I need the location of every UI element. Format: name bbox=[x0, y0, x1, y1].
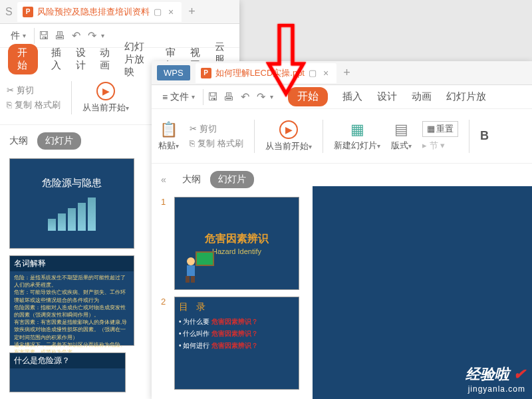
menu-insert[interactable]: 插入 bbox=[342, 90, 362, 103]
slide-2-text: 危险：是指系统发生不期望后果的可能性超过了人们的承受程度。 危害：可能导致伤亡或… bbox=[14, 274, 130, 356]
slide-thumb-2[interactable]: 2 目 录 • 为什么要 危害因素辨识？ • 什么叫作 危害因素辨识？ • 如何… bbox=[161, 297, 302, 390]
new-slide-button[interactable]: ▦ 新建幻灯片▾ bbox=[334, 121, 380, 152]
new-slide-icon: ▦ bbox=[350, 121, 364, 138]
outline-tab[interactable]: 大纲 bbox=[182, 174, 201, 186]
menu-slideshow[interactable]: 幻灯片放 bbox=[446, 90, 486, 103]
save-icon[interactable]: 🖫 bbox=[206, 90, 219, 104]
print-icon[interactable]: 🖶 bbox=[53, 29, 66, 43]
tab-bar: WPS P 如何理解LECD实操.ppt ▢ × + bbox=[152, 61, 532, 85]
toolbar-more[interactable]: ▾ bbox=[101, 32, 104, 39]
ppt-icon: P bbox=[23, 7, 33, 17]
paste-button[interactable]: 📋 粘贴▾ bbox=[158, 121, 179, 152]
copy-button[interactable]: ⎘复制 格式刷 bbox=[7, 99, 61, 111]
outline-tab[interactable]: 大纲 bbox=[9, 135, 28, 147]
paste-icon: 📋 bbox=[160, 121, 178, 138]
from-current-button[interactable]: ▶ 从当前开始▾ bbox=[82, 82, 129, 114]
menu-animation[interactable]: 动画 bbox=[412, 90, 432, 103]
svg-rect-2 bbox=[187, 265, 195, 276]
annotation-arrow bbox=[266, 24, 306, 100]
slide-2-header: 名词解释 bbox=[10, 256, 134, 271]
watermark-url: jingyanla.com bbox=[466, 384, 525, 394]
tab-close-icon[interactable]: × bbox=[321, 68, 331, 78]
ribbon: 📋 粘贴▾ ✂剪切 ⎘复制 格式刷 ▶ 从当前开始▾ ▦ 新建幻灯片▾ ▤ 版式… bbox=[152, 109, 532, 164]
new-tab-button[interactable]: + bbox=[182, 5, 202, 19]
menu-design[interactable]: 设计 bbox=[377, 90, 397, 103]
from-current-button[interactable]: ▶ 从当前开始▾ bbox=[265, 120, 312, 152]
undo-icon[interactable]: ↶ bbox=[69, 29, 82, 43]
slide-thumb-1[interactable]: 1 危害因素辨识 Hazard Identify bbox=[161, 197, 302, 290]
bold-button[interactable]: B bbox=[480, 129, 489, 143]
slides-tab[interactable]: 幻灯片 bbox=[37, 132, 81, 150]
tab-title: 风险预控及隐患排查培训资料 bbox=[37, 6, 150, 18]
svg-point-1 bbox=[187, 257, 195, 265]
cut-button[interactable]: ✂剪切 bbox=[190, 123, 243, 135]
slide-3-preview: 什么是危险源？ bbox=[9, 352, 126, 392]
slide-1-title-zh: 危害因素辨识 bbox=[205, 232, 269, 246]
clipboard-group: ✂剪切 ⎘复制 格式刷 bbox=[190, 123, 243, 150]
ppt-icon: P bbox=[201, 68, 211, 78]
slide-2-preview: 目 录 • 为什么要 危害因素辨识？ • 什么叫作 危害因素辨识？ • 如何进行… bbox=[174, 297, 299, 390]
slide-1-preview: 危险源与隐患 bbox=[9, 158, 134, 249]
copy-format-button[interactable]: ⎘复制 格式刷 bbox=[190, 138, 243, 150]
menu-insert[interactable]: 插入 bbox=[51, 47, 63, 72]
layout-icon: ▤ bbox=[394, 121, 408, 138]
slide-1-preview: 危害因素辨识 Hazard Identify bbox=[174, 197, 299, 290]
file-menu[interactable]: ≡ 文件 ▾ bbox=[157, 88, 200, 106]
layout-button[interactable]: ▤ 版式▾ bbox=[391, 121, 412, 152]
undo-icon[interactable]: ↶ bbox=[238, 90, 251, 104]
play-icon: ▶ bbox=[279, 120, 298, 139]
print-icon[interactable]: 🖶 bbox=[222, 90, 235, 104]
clipboard-group: ✂剪切 ⎘复制 格式刷 bbox=[7, 84, 61, 111]
redo-icon[interactable]: ↷ bbox=[85, 29, 98, 43]
file-menu[interactable]: 件 ▾ bbox=[5, 27, 31, 45]
reset-button[interactable]: ▦ 重置 bbox=[422, 121, 458, 137]
wps-home-tab[interactable]: WPS bbox=[157, 65, 190, 80]
menu-animation[interactable]: 动画 bbox=[100, 47, 111, 72]
tab-bar: S P 风险预控及隐患排查培训资料 ▢ × + bbox=[0, 0, 239, 24]
new-tab-button[interactable]: + bbox=[336, 66, 357, 80]
tab-window-icon[interactable]: ▢ bbox=[309, 68, 317, 78]
slides-tab[interactable]: 幻灯片 bbox=[210, 171, 254, 188]
document-tab[interactable]: P 风险预控及隐患排查培训资料 ▢ × bbox=[17, 2, 182, 22]
cut-button[interactable]: ✂剪切 bbox=[7, 84, 61, 96]
check-icon: ✔ bbox=[513, 366, 525, 382]
collapse-icon[interactable]: « bbox=[161, 174, 166, 185]
svg-rect-3 bbox=[186, 276, 190, 283]
panel-tabs: « 大纲 幻灯片 bbox=[152, 168, 311, 192]
slide-2-title: 目 录 bbox=[179, 301, 295, 313]
tab-close-icon[interactable]: × bbox=[166, 7, 176, 17]
slide-thumbnails: 1 危害因素辨识 Hazard Identify 2 目 录 • 为什么要 危害… bbox=[152, 192, 311, 399]
play-icon: ▶ bbox=[96, 82, 115, 100]
slide-number: 1 bbox=[161, 197, 169, 290]
svg-rect-0 bbox=[196, 252, 213, 265]
section-button[interactable]: ▸ 节 ▾ bbox=[422, 140, 458, 152]
menu-start[interactable]: 开始 bbox=[8, 44, 38, 74]
reset-group: ▦ 重置 ▸ 节 ▾ bbox=[422, 121, 458, 152]
quick-toolbar: 件 ▾ 🖫 🖶 ↶ ↷ ▾ bbox=[0, 24, 239, 48]
save-icon[interactable]: 🖫 bbox=[37, 29, 51, 43]
slide-3-header: 什么是危险源？ bbox=[10, 353, 125, 368]
svg-rect-4 bbox=[191, 276, 195, 283]
menu-slideshow[interactable]: 幻灯片放映 bbox=[124, 41, 152, 78]
person-chalkboard-icon bbox=[182, 249, 215, 283]
menu-design[interactable]: 设计 bbox=[76, 47, 87, 72]
window-2: WPS P 如何理解LECD实操.ppt ▢ × + ≡ 文件 ▾ 🖫 🖶 ↶ … bbox=[152, 61, 532, 399]
slide-2-preview: 名词解释 危险：是指系统发生不期望后果的可能性超过了人们的承受程度。 危害：可能… bbox=[9, 255, 134, 346]
slide-1-title: 危险源与隐患 bbox=[42, 177, 102, 190]
quick-toolbar: ≡ 文件 ▾ 🖫 🖶 ↶ ↷ ▾ 开始 插入 设计 动画 幻灯片放 bbox=[152, 85, 532, 109]
slide-1-title-en: Hazard Identify bbox=[212, 247, 261, 255]
tab-window-icon[interactable]: ▢ bbox=[154, 7, 162, 17]
slide-number: 2 bbox=[161, 297, 169, 390]
watermark: 经验啦 ✔ jingyanla.com bbox=[466, 364, 525, 394]
